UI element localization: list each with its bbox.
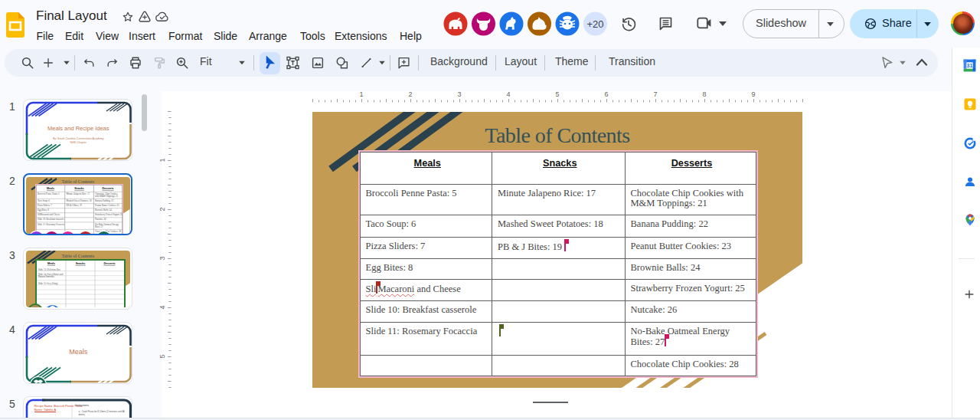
svg-text:31: 31 — [967, 63, 973, 69]
svg-text:3: 3 — [159, 256, 166, 260]
svg-text:3: 3 — [457, 90, 461, 98]
svg-text:+20: +20 — [586, 18, 603, 30]
svg-text:4: 4 — [506, 90, 510, 98]
svg-text:2: 2 — [408, 90, 412, 98]
svg-text:8: 8 — [702, 90, 706, 98]
svg-text:4: 4 — [159, 305, 166, 309]
svg-text:5: 5 — [555, 90, 559, 98]
svg-text:9: 9 — [751, 90, 755, 98]
svg-text:6: 6 — [604, 90, 608, 98]
svg-text:5: 5 — [159, 354, 166, 358]
svg-text:7: 7 — [653, 90, 657, 98]
svg-text:1: 1 — [359, 90, 363, 98]
svg-text:1: 1 — [159, 158, 166, 162]
svg-text:2: 2 — [159, 207, 166, 211]
